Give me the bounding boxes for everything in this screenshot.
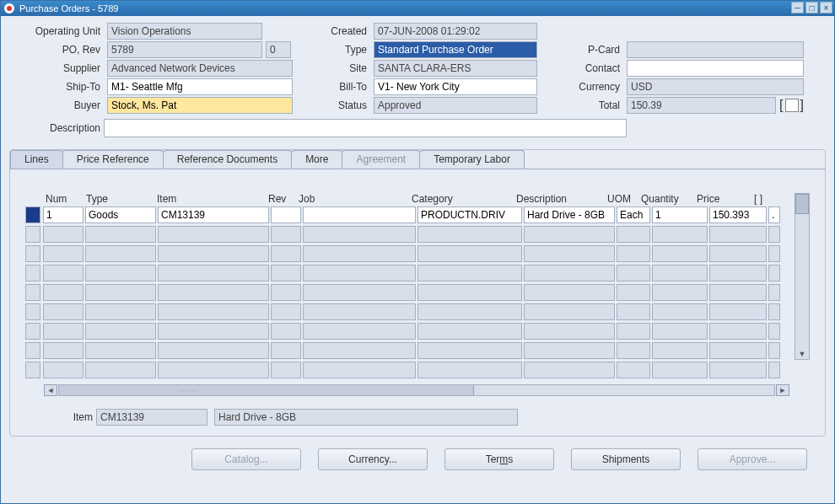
- cell-job[interactable]: [303, 265, 416, 281]
- shipments-button[interactable]: Shipments: [571, 448, 681, 470]
- cell-item[interactable]: CM13139: [158, 206, 269, 223]
- table-row[interactable]: [25, 342, 789, 361]
- hscroll-thumb[interactable]: ∙∙∙∙∙: [59, 385, 474, 395]
- cell-br[interactable]: [768, 245, 780, 262]
- cell-job[interactable]: [303, 284, 416, 301]
- type-field[interactable]: Standard Purchase Order: [374, 41, 537, 58]
- cell-num[interactable]: [43, 323, 84, 340]
- row-marker[interactable]: [25, 284, 40, 301]
- cell-num[interactable]: [43, 303, 84, 320]
- cell-rev[interactable]: [271, 206, 301, 223]
- cell-type[interactable]: [85, 323, 156, 340]
- row-marker[interactable]: [25, 206, 40, 223]
- cell-price[interactable]: [709, 265, 767, 281]
- cell-price[interactable]: [709, 323, 767, 340]
- vertical-scrollbar[interactable]: ▲ ▼: [795, 193, 810, 360]
- contact-field[interactable]: [627, 60, 804, 77]
- tab-agreement[interactable]: Agreement: [342, 150, 420, 169]
- cell-type[interactable]: Goods: [85, 206, 156, 223]
- cell-rev[interactable]: [271, 323, 301, 340]
- total-flex-checkbox[interactable]: [785, 99, 799, 112]
- cell-rev[interactable]: [271, 245, 301, 262]
- cell-price[interactable]: [709, 245, 767, 262]
- cell-item[interactable]: [158, 226, 269, 243]
- cell-item[interactable]: [158, 303, 269, 320]
- cell-br[interactable]: .: [768, 206, 780, 223]
- status-field[interactable]: Approved: [374, 97, 537, 114]
- supplier-field[interactable]: Advanced Network Devices: [107, 60, 293, 77]
- cell-job[interactable]: [303, 303, 416, 320]
- tab-more[interactable]: More: [291, 150, 342, 169]
- site-field[interactable]: SANTA CLARA-ERS: [374, 60, 537, 77]
- cell-job[interactable]: [303, 362, 416, 378]
- cell-job[interactable]: [303, 226, 416, 243]
- cell-num[interactable]: [43, 284, 84, 301]
- cell-job[interactable]: [303, 342, 416, 359]
- cell-price[interactable]: 150.393: [709, 206, 767, 223]
- cell-price[interactable]: [709, 362, 767, 378]
- row-marker[interactable]: [25, 323, 40, 340]
- table-row[interactable]: [25, 284, 789, 303]
- cell-item[interactable]: [158, 342, 269, 359]
- table-row[interactable]: [25, 265, 789, 283]
- cell-price[interactable]: [709, 284, 767, 301]
- cell-job[interactable]: [303, 245, 416, 262]
- cell-uom[interactable]: [617, 226, 650, 243]
- cell-quantity[interactable]: 1: [652, 206, 708, 223]
- table-row[interactable]: [25, 226, 789, 244]
- cell-num[interactable]: [43, 245, 84, 262]
- billto-field[interactable]: V1- New York City: [374, 78, 537, 95]
- tab-temporary-labor[interactable]: Temporary Labor: [419, 150, 525, 169]
- titlebar[interactable]: Purchase Orders - 5789 ─ □ ×: [1, 1, 834, 16]
- description-field[interactable]: [104, 119, 627, 137]
- cell-item[interactable]: [158, 362, 269, 378]
- cell-description[interactable]: [524, 342, 615, 359]
- cell-uom[interactable]: Each: [617, 206, 650, 223]
- cell-uom[interactable]: [617, 323, 650, 340]
- cell-category[interactable]: [418, 265, 522, 281]
- scroll-down-icon[interactable]: ▼: [795, 348, 809, 360]
- cell-price[interactable]: [709, 342, 767, 359]
- cell-num[interactable]: 1: [43, 206, 84, 223]
- cell-num[interactable]: [43, 362, 84, 378]
- footer-item-code[interactable]: CM13139: [96, 409, 207, 426]
- cell-quantity[interactable]: [652, 284, 708, 301]
- cell-category[interactable]: [418, 342, 522, 359]
- cell-br[interactable]: [768, 265, 780, 281]
- cell-item[interactable]: [158, 323, 269, 340]
- row-marker[interactable]: [25, 342, 40, 359]
- shipto-field[interactable]: M1- Seattle Mfg: [107, 78, 293, 95]
- footer-item-desc[interactable]: Hard Drive - 8GB: [214, 409, 518, 426]
- currency-button[interactable]: Currency...: [318, 448, 428, 470]
- cell-price[interactable]: [709, 303, 767, 320]
- close-button[interactable]: ×: [820, 2, 832, 13]
- vscroll-thumb[interactable]: [795, 194, 809, 214]
- cell-description[interactable]: [524, 284, 615, 301]
- cell-num[interactable]: [43, 342, 84, 359]
- cell-category[interactable]: [418, 303, 522, 320]
- cell-category[interactable]: [418, 323, 522, 340]
- row-marker[interactable]: [25, 245, 40, 262]
- cell-br[interactable]: [768, 323, 780, 340]
- cell-quantity[interactable]: [652, 323, 708, 340]
- cell-category[interactable]: [418, 284, 522, 301]
- cell-category[interactable]: [418, 226, 522, 243]
- cell-uom[interactable]: [617, 303, 650, 320]
- cell-quantity[interactable]: [652, 362, 708, 378]
- cell-rev[interactable]: [271, 284, 301, 301]
- cell-type[interactable]: [85, 245, 156, 262]
- cell-item[interactable]: [158, 265, 269, 281]
- cell-quantity[interactable]: [652, 342, 708, 359]
- cell-br[interactable]: [768, 362, 780, 378]
- cell-item[interactable]: [158, 245, 269, 262]
- hscroll-track[interactable]: ∙∙∙∙∙: [58, 384, 775, 396]
- cell-description[interactable]: [524, 362, 615, 378]
- terms-button[interactable]: Terms: [444, 448, 554, 470]
- cell-type[interactable]: [85, 342, 156, 359]
- cell-type[interactable]: [85, 226, 156, 243]
- maximize-button[interactable]: □: [805, 2, 818, 13]
- cell-rev[interactable]: [271, 303, 301, 320]
- cell-description[interactable]: Hard Drive - 8GB: [524, 206, 615, 223]
- tab-reference-documents[interactable]: Reference Documents: [163, 150, 292, 169]
- cell-num[interactable]: [43, 226, 84, 243]
